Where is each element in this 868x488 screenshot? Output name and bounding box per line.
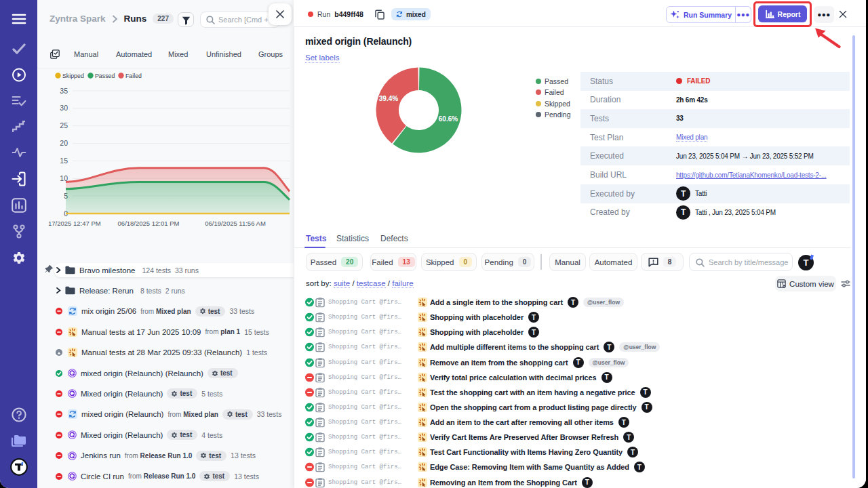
svg-text:35: 35 — [60, 87, 68, 95]
svg-text:06/18/2025 12:01 PM: 06/18/2025 12:01 PM — [118, 220, 180, 227]
svg-text:Failed: Failed — [125, 73, 142, 79]
svg-text:20: 20 — [60, 139, 68, 147]
svg-text:Passed: Passed — [95, 73, 115, 79]
svg-text:39.4%: 39.4% — [379, 95, 398, 102]
svg-text:30: 30 — [60, 104, 68, 112]
svg-text:60.6%: 60.6% — [439, 115, 458, 123]
svg-text:25: 25 — [60, 121, 68, 129]
svg-text:17/2025 12:47 PM: 17/2025 12:47 PM — [48, 220, 101, 227]
svg-text:Skipped: Skipped — [62, 73, 84, 79]
svg-text:06/19/2025 11:56 AM: 06/19/2025 11:56 AM — [205, 220, 266, 227]
svg-text:15: 15 — [60, 157, 68, 165]
